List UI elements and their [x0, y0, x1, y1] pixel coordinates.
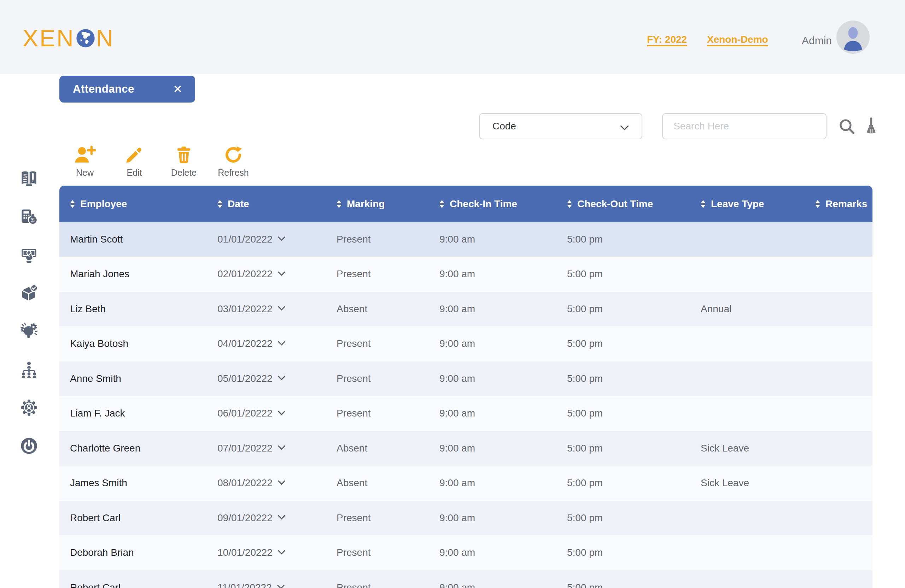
table-row[interactable]: James Smith 08/01/20222 Absent 9:00 am 5…	[59, 466, 872, 501]
table-row[interactable]: Martin Scott 01/01/20222 Present 9:00 am…	[59, 222, 872, 257]
inventory-check-icon[interactable]	[20, 284, 38, 302]
table-row[interactable]: Deborah Brian 10/01/20222 Present 9:00 a…	[59, 536, 872, 571]
check-out-cell: 5:00 pm	[556, 443, 690, 454]
refresh-button[interactable]: Refresh	[216, 146, 250, 178]
check-out-cell: 5:00 pm	[556, 269, 690, 280]
date-cell[interactable]: 09/01/20222	[207, 512, 326, 524]
org-hierarchy-icon[interactable]	[20, 360, 38, 379]
check-out-cell: 5:00 pm	[556, 408, 690, 419]
edit-button[interactable]: Edit	[117, 146, 151, 178]
check-in-cell: 9:00 am	[429, 304, 556, 315]
tenant-link[interactable]: Xenon-Demo	[707, 34, 768, 45]
date-cell[interactable]: 05/01/20222	[207, 373, 326, 385]
employee-cell: Robert Carl	[59, 582, 207, 588]
date-cell[interactable]: 06/01/20222	[207, 408, 326, 419]
date-value: 04/01/20222	[218, 338, 273, 349]
power-logout-icon[interactable]	[20, 437, 38, 455]
search-icon[interactable]	[838, 118, 856, 135]
marking-cell: Present	[326, 269, 429, 280]
date-cell[interactable]: 01/01/20222	[207, 234, 326, 245]
employee-cell: James Smith	[59, 477, 207, 489]
chevron-down-icon[interactable]	[278, 443, 285, 450]
employee-cell: Liz Beth	[59, 304, 207, 315]
table-row[interactable]: Liz Beth 03/01/20222 Absent 9:00 am 5:00…	[59, 292, 872, 327]
chevron-down-icon[interactable]	[278, 234, 285, 241]
chevron-down-icon[interactable]	[278, 373, 285, 380]
sort-icon	[440, 200, 445, 208]
chevron-down-icon[interactable]	[278, 269, 285, 276]
column-header-label: Remarks	[826, 199, 867, 210]
column-header-date[interactable]: Date	[207, 199, 326, 210]
trash-icon	[175, 146, 193, 164]
sidebar: $ $	[0, 74, 58, 588]
sort-icon	[218, 200, 222, 208]
table-row[interactable]: Charlotte Green 07/01/20222 Absent 9:00 …	[59, 431, 872, 466]
search-input[interactable]	[663, 114, 826, 138]
chevron-down-icon[interactable]	[278, 408, 285, 415]
marking-cell: Present	[326, 408, 429, 419]
date-value: 03/01/20222	[218, 304, 273, 315]
table-row[interactable]: Mariah Jones 02/01/20222 Present 9:00 am…	[59, 257, 872, 292]
date-value: 09/01/20222	[218, 512, 273, 524]
check-in-cell: 9:00 am	[429, 512, 556, 524]
column-header-employee[interactable]: Employee	[59, 199, 207, 210]
date-cell[interactable]: 02/01/20222	[207, 269, 326, 280]
table-row[interactable]: Robert Carl 09/01/20222 Present 9:00 am …	[59, 501, 872, 536]
column-header-check-out[interactable]: Check-Out Time	[556, 199, 690, 210]
refresh-icon	[224, 146, 243, 164]
employee-cell: Martin Scott	[59, 234, 207, 245]
column-header-check-in[interactable]: Check-In Time	[429, 199, 556, 210]
date-cell[interactable]: 11/01/20222	[207, 582, 326, 588]
check-in-cell: 9:00 am	[429, 338, 556, 349]
user-avatar[interactable]	[837, 21, 870, 54]
leave-type-cell: Sick Leave	[690, 443, 805, 454]
table-row[interactable]: Anne Smith 05/01/20222 Present 9:00 am 5…	[59, 361, 872, 396]
date-cell[interactable]: 04/01/20222	[207, 338, 326, 349]
date-cell[interactable]: 08/01/20222	[207, 477, 326, 489]
clear-filter-broom-icon[interactable]	[862, 116, 880, 136]
chevron-down-icon[interactable]	[278, 512, 285, 520]
date-cell[interactable]: 03/01/20222	[207, 304, 326, 315]
column-header-remarks[interactable]: Remarks	[805, 199, 872, 210]
table-row[interactable]: Liam F. Jack 06/01/20222 Present 9:00 am…	[59, 396, 872, 431]
tab-attendance[interactable]: Attendance ✕	[59, 76, 195, 103]
table-row[interactable]: Kaiya Botosh 04/01/20222 Present 9:00 am…	[59, 327, 872, 362]
idea-gears-icon[interactable]	[20, 322, 38, 340]
employee-cell: Mariah Jones	[59, 269, 207, 280]
cash-payment-icon[interactable]	[20, 246, 38, 264]
column-header-marking[interactable]: Marking	[326, 199, 429, 210]
payroll-calculator-icon[interactable]: $	[20, 208, 38, 226]
date-value: 06/01/20222	[218, 408, 273, 419]
accounting-ledger-icon[interactable]: $	[20, 169, 38, 188]
check-out-cell: 5:00 pm	[556, 477, 690, 489]
check-in-cell: 9:00 am	[429, 408, 556, 419]
chevron-down-icon[interactable]	[278, 477, 285, 485]
close-icon[interactable]: ✕	[173, 76, 183, 103]
marking-cell: Present	[326, 547, 429, 558]
svg-text:$: $	[23, 173, 27, 180]
field-dropdown[interactable]: Code	[479, 113, 642, 139]
column-header-leave-type[interactable]: Leave Type	[690, 199, 805, 210]
leave-type-cell: Sick Leave	[690, 477, 805, 489]
attendance-table: Employee Date Marking Check-In Time Chec…	[59, 186, 872, 588]
check-in-cell: 9:00 am	[429, 234, 556, 245]
svg-text:$: $	[31, 216, 35, 224]
date-cell[interactable]: 10/01/20222	[207, 547, 326, 558]
chevron-down-icon[interactable]	[277, 582, 284, 588]
column-header-label: Check-Out Time	[577, 199, 653, 210]
marking-cell: Present	[326, 373, 429, 385]
employee-cell: Kaiya Botosh	[59, 338, 207, 349]
new-button[interactable]: New	[68, 146, 102, 178]
date-value: 10/01/20222	[218, 547, 273, 558]
date-cell[interactable]: 07/01/20222	[207, 443, 326, 454]
chevron-down-icon[interactable]	[278, 304, 285, 311]
chevron-down-icon[interactable]	[278, 547, 285, 555]
user-settings-icon[interactable]	[20, 399, 38, 417]
table-row[interactable]: Robert Carl 11/01/20222 Present 9:00 am …	[59, 571, 872, 588]
employee-cell: Anne Smith	[59, 373, 207, 385]
sort-icon	[567, 200, 572, 208]
fiscal-year-link[interactable]: FY: 2022	[647, 34, 687, 45]
person-icon	[837, 21, 870, 54]
delete-button[interactable]: Delete	[167, 146, 201, 178]
chevron-down-icon[interactable]	[278, 338, 285, 345]
